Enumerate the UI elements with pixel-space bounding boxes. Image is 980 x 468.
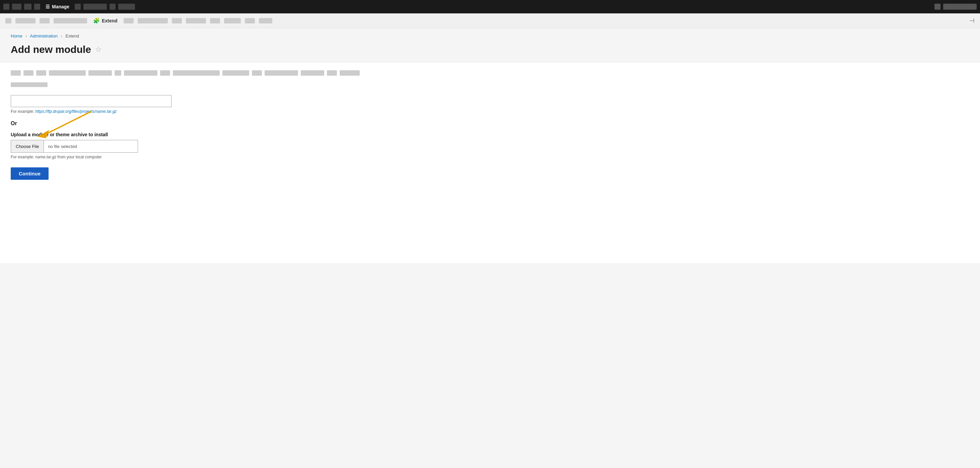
admin-logo-block — [3, 4, 10, 10]
ph-5 — [88, 70, 112, 76]
url-example-text: For example: https://ftp.drupal.org/file… — [11, 109, 969, 114]
nav-block-2 — [15, 18, 35, 24]
secondary-nav: 🧩 Extend ⊣ — [0, 13, 980, 28]
nav-block-12 — [259, 18, 272, 24]
admin-block-2 — [24, 4, 32, 10]
ph-10 — [223, 70, 249, 76]
breadcrumb-admin[interactable]: Administration — [30, 33, 57, 38]
example-filename: name.tar.gz — [35, 155, 56, 159]
manage-label: Manage — [52, 4, 69, 10]
nav-toggle[interactable]: ⊣ — [969, 17, 975, 24]
admin-block-3 — [34, 4, 40, 10]
ph-1 — [11, 70, 21, 76]
nav-block-4 — [54, 18, 87, 24]
ph-7 — [124, 70, 158, 76]
ph-8 — [160, 70, 170, 76]
bookmark-star-icon[interactable]: ☆ — [95, 45, 102, 54]
page-header: Add new module ☆ — [0, 41, 980, 62]
file-input-display[interactable]: Choose File no file selected — [11, 140, 138, 153]
page-title: Add new module — [11, 44, 91, 55]
admin-right-block-2 — [943, 4, 977, 10]
annotation-arrow — [31, 110, 98, 143]
extend-label: Extend — [102, 18, 118, 24]
admin-block-1 — [12, 4, 21, 10]
upload-label: Upload a module or theme archive to inst… — [11, 132, 969, 137]
arrow-container: Choose File no file selected — [11, 140, 138, 153]
ph-12 — [265, 70, 298, 76]
breadcrumb: Home › Administration › Extend — [0, 28, 980, 41]
ph-14 — [327, 70, 337, 76]
admin-bar-right — [934, 4, 977, 10]
hamburger-icon: ☰ — [46, 4, 50, 10]
breadcrumb-home[interactable]: Home — [11, 33, 22, 38]
nav-block-7 — [172, 18, 182, 24]
admin-block-5 — [83, 4, 107, 10]
manage-menu[interactable]: ☰ Manage — [43, 4, 72, 10]
admin-bar: ☰ Manage — [0, 0, 980, 13]
ph-11 — [252, 70, 262, 76]
admin-block-4 — [75, 4, 81, 10]
url-example-link: https://ftp.drupal.org/files/projects/na… — [35, 109, 116, 114]
continue-button[interactable]: Continue — [11, 167, 49, 180]
nav-block-9 — [210, 18, 220, 24]
nav-block-1 — [5, 18, 11, 24]
ph-9 — [173, 70, 220, 76]
ph-3 — [36, 70, 46, 76]
admin-right-block-1 — [934, 4, 940, 10]
nav-block-5 — [124, 18, 134, 24]
placeholder-blocks-row — [11, 70, 969, 76]
ph-13 — [301, 70, 324, 76]
ph-6 — [115, 70, 121, 76]
nav-block-10 — [224, 18, 241, 24]
admin-block-7 — [118, 4, 135, 10]
breadcrumb-sep-1: › — [25, 33, 27, 38]
breadcrumb-sep-2: › — [61, 33, 62, 38]
upload-example: For example: name.tar.gz from your local… — [11, 155, 969, 159]
nav-block-3 — [40, 18, 49, 24]
nav-extend-link[interactable]: 🧩 Extend — [91, 17, 119, 24]
ph-2 — [24, 70, 33, 76]
nav-block-8 — [186, 18, 206, 24]
breadcrumb-current: Extend — [66, 33, 79, 38]
nav-block-11 — [245, 18, 255, 24]
puzzle-icon: 🧩 — [93, 17, 100, 24]
main-content: For example: https://ftp.drupal.org/file… — [0, 62, 980, 263]
admin-block-6 — [110, 4, 116, 10]
section-label-block — [11, 82, 48, 87]
ph-4 — [49, 70, 86, 76]
module-url-input[interactable] — [11, 95, 172, 107]
nav-block-6 — [138, 18, 168, 24]
or-divider: Or — [11, 121, 969, 127]
ph-15 — [340, 70, 360, 76]
